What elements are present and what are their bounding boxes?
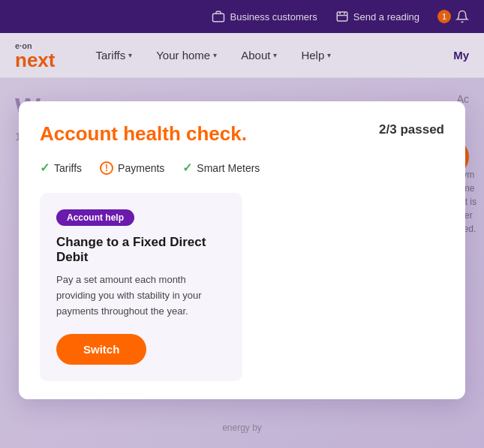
check-tariffs-label: Tariffs [54, 162, 82, 174]
card-description: Pay a set amount each month providing yo… [56, 272, 226, 319]
modal-header: Account health check. 2/3 passed [40, 122, 444, 146]
modal-title: Account health check. [40, 122, 247, 146]
card-title: Change to a Fixed Direct Debit [56, 235, 226, 265]
switch-button[interactable]: Switch [56, 334, 146, 365]
passed-badge: 2/3 passed [379, 122, 444, 137]
card-badge: Account help [56, 209, 134, 226]
check-payments: ! Payments [100, 161, 164, 175]
check-payments-label: Payments [118, 162, 164, 174]
check-pass-icon-2: ✓ [182, 161, 192, 175]
check-warn-icon: ! [100, 161, 113, 175]
check-pass-icon: ✓ [40, 161, 50, 175]
action-card: Account help Change to a Fixed Direct De… [40, 193, 242, 381]
health-check-modal: Account health check. 2/3 passed ✓ Tarif… [19, 101, 465, 399]
check-smart-meters-label: Smart Meters [197, 162, 260, 174]
check-tariffs: ✓ Tariffs [40, 161, 82, 175]
modal-checks: ✓ Tariffs ! Payments ✓ Smart Meters [40, 161, 444, 175]
check-smart-meters: ✓ Smart Meters [182, 161, 260, 175]
